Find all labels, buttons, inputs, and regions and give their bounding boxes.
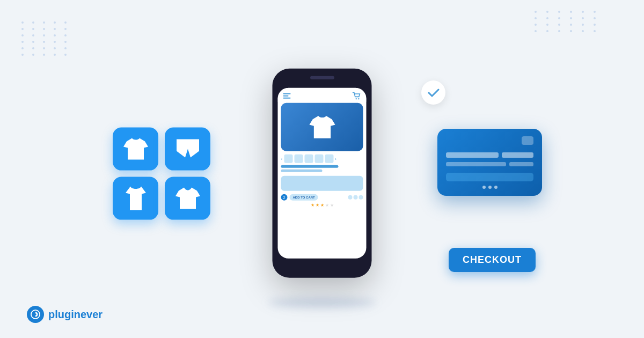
size-box-1	[284, 155, 292, 163]
size-box-3	[304, 155, 313, 163]
size-box-2	[294, 155, 303, 163]
phone-shadow	[268, 298, 376, 307]
card-chip-icon	[522, 136, 533, 145]
card-number-row	[446, 152, 533, 158]
card-dot-2	[488, 186, 492, 189]
size-box-5	[325, 155, 333, 163]
logo-icon	[27, 306, 44, 323]
add-to-cart-button[interactable]: ADD TO CART	[290, 194, 318, 201]
card-num-block-2	[502, 152, 533, 158]
star-2: ★	[316, 203, 319, 208]
shorts-icon	[174, 137, 201, 161]
dot-grid-left	[21, 21, 71, 56]
color-selector	[281, 176, 363, 191]
star-5: ★	[330, 203, 334, 208]
logo-text-dark: plugin	[48, 308, 80, 320]
card-dot-1	[482, 186, 486, 189]
cart-icon-screen	[353, 92, 361, 100]
size-box-4	[314, 155, 323, 163]
checkmark-icon	[428, 88, 440, 98]
card-accent-bar	[446, 173, 533, 181]
hamburger-menu-icon	[283, 93, 291, 99]
prev-arrow: ‹	[281, 156, 283, 161]
next-arrow: ›	[335, 156, 336, 161]
star-4: ★	[325, 203, 329, 208]
product-image-area	[281, 103, 363, 151]
logo-text: pluginever	[48, 308, 103, 321]
tshirt-icon	[122, 137, 149, 161]
card-dots	[446, 186, 533, 189]
credit-card	[437, 129, 542, 196]
quantity-badge: 2	[281, 194, 288, 201]
product-card-shorts	[165, 128, 210, 171]
svg-point-2	[31, 310, 40, 319]
pluginever-logo-icon	[31, 310, 40, 319]
logo-text-blue: ever	[80, 308, 103, 320]
card-num-block-1	[446, 152, 499, 158]
screen-header	[278, 88, 367, 102]
checkmark-badge	[421, 80, 445, 105]
cart-row: 2 ADD TO CART	[278, 192, 367, 202]
description-lines	[278, 164, 367, 175]
phone-screen: ‹ › 2 ADD TO CART	[278, 88, 367, 259]
main-scene: ‹ › 2 ADD TO CART	[80, 19, 564, 319]
phone-speaker	[310, 76, 334, 79]
polo-icon	[174, 187, 201, 210]
svg-point-1	[358, 98, 359, 99]
logo: pluginever	[27, 306, 103, 323]
wishlist-icons	[348, 195, 363, 200]
product-shirt-icon	[307, 115, 337, 139]
star-3: ★	[320, 203, 324, 208]
product-card-polo	[165, 177, 210, 220]
product-card-tshirt	[113, 128, 158, 171]
checkout-button[interactable]: CHECKOUT	[449, 248, 536, 272]
card-dot-3	[494, 186, 497, 189]
star-1: ★	[311, 203, 314, 208]
star-rating: ★ ★ ★ ★ ★	[278, 202, 367, 209]
tank-icon	[122, 186, 149, 211]
card-info-block-2	[509, 162, 533, 166]
product-card-tank	[113, 177, 158, 220]
svg-point-0	[356, 98, 357, 99]
phone: ‹ › 2 ADD TO CART	[273, 69, 372, 278]
card-info-row	[446, 162, 533, 166]
card-info-block-1	[446, 162, 506, 166]
product-cards-grid	[113, 128, 210, 220]
size-selector-row: ‹ ›	[278, 152, 367, 164]
